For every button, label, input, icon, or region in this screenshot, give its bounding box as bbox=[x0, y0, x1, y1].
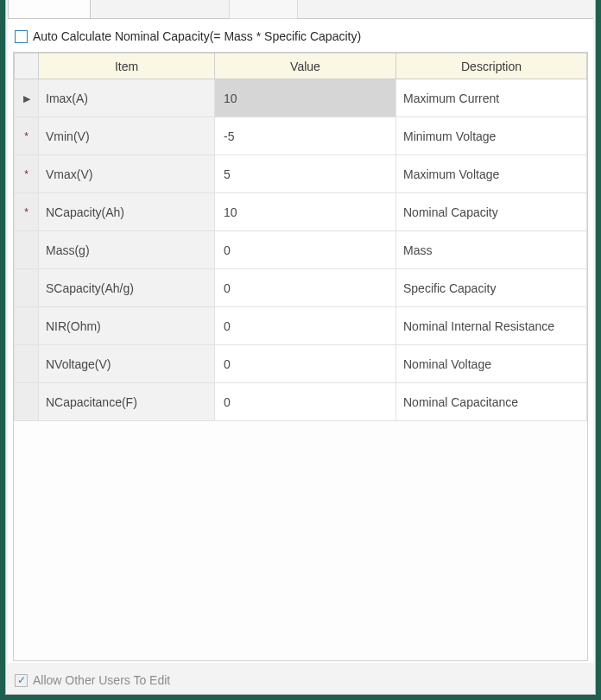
cell-value[interactable]: 0 bbox=[215, 345, 396, 383]
auto-calc-row[interactable]: Auto Calculate Nominal Capacity(= Mass *… bbox=[13, 26, 588, 47]
cell-desc: Nominal Capacitance bbox=[396, 383, 587, 421]
header-row: Item Value Description bbox=[15, 54, 587, 79]
cell-desc: Minimum Voltage bbox=[396, 117, 587, 155]
cell-item[interactable]: SCapacity(Ah/g) bbox=[39, 269, 215, 307]
parameters-table: Item Value Description ▶Imax(A)10Maximum… bbox=[14, 53, 587, 421]
cell-item[interactable]: Mass(g) bbox=[39, 231, 215, 269]
cell-desc: Mass bbox=[396, 231, 587, 269]
table-row[interactable]: NVoltage(V)0Nominal Voltage bbox=[15, 345, 587, 383]
row-marker: * bbox=[15, 193, 39, 231]
allow-others-label: Allow Other Users To Edit bbox=[33, 673, 170, 687]
cell-item[interactable]: NVoltage(V) bbox=[39, 345, 215, 383]
cell-desc: Maximum Voltage bbox=[396, 155, 587, 193]
table-row[interactable]: *Vmax(V)5Maximum Voltage bbox=[15, 155, 587, 193]
cell-item[interactable]: Vmax(V) bbox=[39, 155, 215, 193]
cell-value[interactable]: 10 bbox=[215, 193, 396, 231]
auto-calc-label: Auto Calculate Nominal Capacity(= Mass *… bbox=[33, 29, 361, 43]
cell-value[interactable]: -5 bbox=[215, 117, 396, 155]
row-marker: * bbox=[15, 117, 39, 155]
cell-value[interactable]: 5 bbox=[215, 155, 396, 193]
allow-others-checkbox bbox=[15, 674, 28, 687]
panel-frame: Auto Calculate Nominal Capacity(= Mass *… bbox=[5, 0, 596, 695]
cell-desc: Specific Capacity bbox=[396, 269, 587, 307]
cell-desc: Nominal Capacity bbox=[396, 193, 587, 231]
tab-ghost[interactable] bbox=[229, 0, 298, 19]
row-marker bbox=[15, 269, 39, 307]
row-marker: * bbox=[15, 155, 39, 193]
header-desc[interactable]: Description bbox=[396, 54, 587, 79]
cell-item[interactable]: Vmin(V) bbox=[39, 117, 215, 155]
cell-item[interactable]: NCapacity(Ah) bbox=[39, 193, 215, 231]
tab-strip bbox=[8, 0, 593, 19]
cell-value[interactable]: 0 bbox=[215, 383, 396, 421]
table-row[interactable]: *NCapacity(Ah)10Nominal Capacity bbox=[15, 193, 587, 231]
tab-active[interactable] bbox=[8, 0, 91, 19]
cell-item[interactable]: NCapacitance(F) bbox=[39, 383, 215, 421]
row-marker bbox=[15, 345, 39, 383]
header-gutter bbox=[15, 54, 39, 79]
table-row[interactable]: Mass(g)0Mass bbox=[15, 231, 587, 269]
grid-empty-area bbox=[14, 421, 587, 660]
cell-value[interactable]: 0 bbox=[215, 231, 396, 269]
row-marker bbox=[15, 231, 39, 269]
cell-value[interactable]: 0 bbox=[215, 307, 396, 345]
parameters-grid: Item Value Description ▶Imax(A)10Maximum… bbox=[13, 52, 588, 661]
cell-desc: Maximum Current bbox=[396, 79, 587, 117]
table-row[interactable]: *Vmin(V)-5Minimum Voltage bbox=[15, 117, 587, 155]
auto-calc-checkbox[interactable] bbox=[15, 30, 28, 43]
panel-body: Auto Calculate Nominal Capacity(= Mass *… bbox=[8, 19, 593, 663]
table-row[interactable]: NIR(Ohm)0Nominal Internal Resistance bbox=[15, 307, 587, 345]
cell-value[interactable]: 0 bbox=[215, 269, 396, 307]
cell-desc: Nominal Internal Resistance bbox=[396, 307, 587, 345]
cell-item[interactable]: NIR(Ohm) bbox=[39, 307, 215, 345]
table-row[interactable]: NCapacitance(F)0Nominal Capacitance bbox=[15, 383, 587, 421]
header-item[interactable]: Item bbox=[39, 54, 215, 79]
footer-bar: Allow Other Users To Edit bbox=[8, 666, 593, 694]
cell-value[interactable]: 10 bbox=[215, 79, 396, 117]
row-marker bbox=[15, 383, 39, 421]
table-row[interactable]: SCapacity(Ah/g)0Specific Capacity bbox=[15, 269, 587, 307]
row-marker: ▶ bbox=[15, 79, 39, 117]
header-value[interactable]: Value bbox=[215, 54, 396, 79]
cell-item[interactable]: Imax(A) bbox=[39, 79, 215, 117]
cell-desc: Nominal Voltage bbox=[396, 345, 587, 383]
row-marker bbox=[15, 307, 39, 345]
table-row[interactable]: ▶Imax(A)10Maximum Current bbox=[15, 79, 587, 117]
